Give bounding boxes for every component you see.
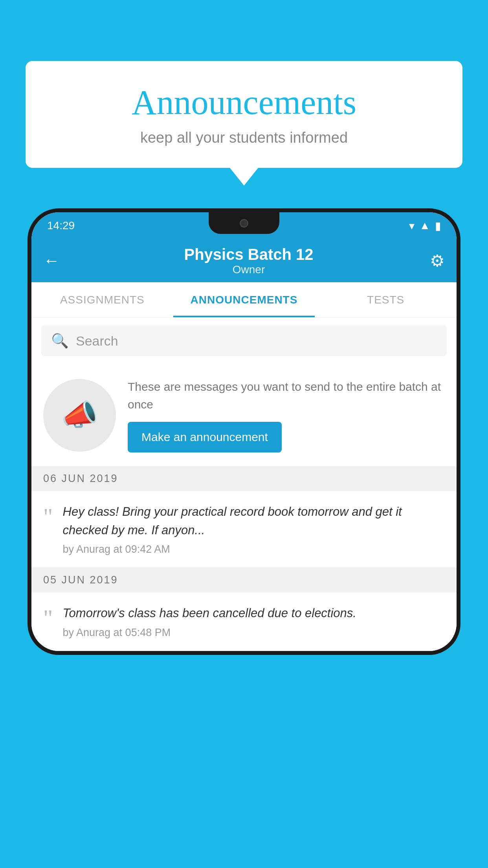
- announcement-content-1: Hey class! Bring your practical record b…: [63, 503, 445, 555]
- tab-assignments[interactable]: ASSIGNMENTS: [31, 282, 173, 317]
- quote-icon-1: ": [43, 505, 53, 528]
- promo-content: These are messages you want to send to t…: [128, 378, 445, 452]
- quote-icon-2: ": [43, 606, 53, 630]
- make-announcement-button[interactable]: Make an announcement: [128, 422, 282, 452]
- announcement-message-2: Tomorrow's class has been cancelled due …: [63, 604, 445, 623]
- app-bar: ← Physics Batch 12 Owner ⚙: [31, 239, 457, 282]
- status-time: 14:29: [47, 219, 75, 232]
- date-separator-1: 06 JUN 2019: [31, 466, 457, 491]
- bubble-subtitle: keep all your students informed: [41, 129, 447, 146]
- announcement-content-2: Tomorrow's class has been cancelled due …: [63, 604, 445, 639]
- search-container: 🔍 Search: [31, 318, 457, 364]
- signal-icon: ▲: [419, 219, 430, 232]
- search-box[interactable]: 🔍 Search: [41, 326, 447, 356]
- status-bar: 14:29 ▾ ▲ ▮: [31, 212, 457, 239]
- speech-bubble: Announcements keep all your students inf…: [26, 61, 462, 168]
- phone-container: 14:29 ▾ ▲ ▮ ← Physics Batch 12 Owner ⚙: [28, 208, 460, 868]
- promo-icon-circle: 📣: [43, 379, 116, 452]
- status-icons: ▾ ▲ ▮: [409, 219, 441, 232]
- notch: [209, 212, 279, 234]
- app-bar-title-area: Physics Batch 12 Owner: [68, 246, 430, 276]
- announcement-meta-1: by Anurag at 09:42 AM: [63, 543, 445, 555]
- phone-inner: 14:29 ▾ ▲ ▮ ← Physics Batch 12 Owner ⚙: [31, 212, 457, 651]
- announcement-item-2[interactable]: " Tomorrow's class has been cancelled du…: [31, 592, 457, 651]
- tabs-bar: ASSIGNMENTS ANNOUNCEMENTS TESTS: [31, 282, 457, 318]
- bubble-title: Announcements: [41, 83, 447, 122]
- announcement-item-1[interactable]: " Hey class! Bring your practical record…: [31, 491, 457, 568]
- tab-announcements[interactable]: ANNOUNCEMENTS: [173, 282, 315, 317]
- phone-mockup: 14:29 ▾ ▲ ▮ ← Physics Batch 12 Owner ⚙: [28, 208, 460, 655]
- announcement-meta-2: by Anurag at 05:48 PM: [63, 627, 445, 639]
- wifi-icon: ▾: [409, 219, 415, 232]
- announcement-message-1: Hey class! Bring your practical record b…: [63, 503, 445, 539]
- promo-description: These are messages you want to send to t…: [128, 378, 445, 413]
- search-icon: 🔍: [51, 333, 69, 349]
- settings-button[interactable]: ⚙: [430, 251, 445, 270]
- battery-icon: ▮: [435, 219, 441, 232]
- camera: [240, 219, 248, 228]
- megaphone-icon: 📣: [61, 398, 98, 432]
- date-separator-2: 05 JUN 2019: [31, 568, 457, 592]
- tab-tests[interactable]: TESTS: [315, 282, 457, 317]
- speech-bubble-container: Announcements keep all your students inf…: [26, 61, 462, 168]
- back-button[interactable]: ←: [43, 251, 60, 270]
- search-input[interactable]: Search: [76, 333, 118, 349]
- app-bar-subtitle: Owner: [68, 263, 430, 276]
- promo-section: 📣 These are messages you want to send to…: [31, 364, 457, 466]
- app-bar-title: Physics Batch 12: [68, 246, 430, 263]
